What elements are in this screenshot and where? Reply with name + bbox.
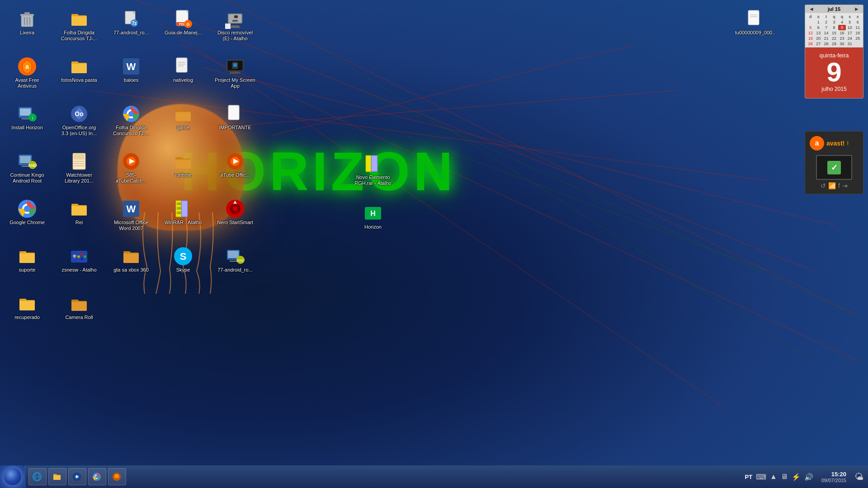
icon-77-android-2[interactable]: AND 77-android_ro... [212, 242, 258, 287]
cal-day-4[interactable]: 4 [838, 19, 846, 25]
icon-runtime[interactable]: runtime [160, 147, 206, 192]
icon-lixeira[interactable]: Lixeira [5, 5, 50, 50]
weather-icon[interactable]: 🌤 [854, 472, 863, 482]
icon-watchtower[interactable]: Watchtower Library 201... [57, 147, 102, 192]
icon-gta-sa[interactable]: gta sa xbox 360 [108, 242, 154, 287]
avast-icon: a [17, 56, 37, 76]
cal-day-sun2[interactable]: 5 [807, 25, 814, 30]
icon-openoffice[interactable]: Oo OpenOffice.org 3.3 (en-US) In... [57, 99, 102, 145]
start-button[interactable] [0, 465, 25, 488]
icon-baloes[interactable]: W baloes [108, 52, 154, 97]
cal-day-31[interactable]: 31 [846, 41, 854, 47]
icon-disco-removivel[interactable]: Disco removível (E) - Atalho [212, 5, 258, 50]
svg-rect-42 [233, 63, 237, 67]
cal-day-today[interactable]: 9 [838, 25, 846, 30]
cal-day-28[interactable]: 28 [822, 41, 830, 47]
icon-nativelog[interactable]: nativelog [160, 52, 206, 97]
tray-network-icon[interactable]: 🖥 [781, 473, 788, 481]
avast-wifi-btn[interactable]: 📶 [828, 182, 836, 189]
cal-day-3[interactable]: 3 [830, 19, 838, 25]
icon-zsnesw[interactable]: zsnesw - Atalho [57, 242, 102, 287]
cal-day-10[interactable]: 10 [846, 25, 854, 30]
icon-recuperado[interactable]: recuperado [5, 289, 50, 334]
icon-folha-dirigida-1[interactable]: Folha Dirigida Concursos TJ-... [57, 5, 102, 50]
taskbar-chrome[interactable] [88, 468, 106, 485]
avast-refresh-btn[interactable]: ↺ [821, 182, 826, 189]
icon-avast[interactable]: a Avast Free Antivirus [5, 52, 50, 97]
icon-s85-atube[interactable]: S85-aTubeCatch... [108, 147, 154, 192]
icon-fotos-nova[interactable]: fotosNova pasta [57, 52, 102, 97]
cal-day-13[interactable]: 13 [814, 30, 822, 36]
icon-continue-kingo[interactable]: AND Continue Kingo Android Root [5, 147, 50, 192]
cal-day-8[interactable]: 7 [822, 25, 830, 30]
cal-day-27[interactable]: 27 [814, 41, 822, 47]
cal-day-24[interactable]: 24 [846, 36, 854, 41]
avast-check-mark: ✓ [827, 161, 841, 174]
cal-prev-btn[interactable]: ◄ [807, 6, 816, 12]
icon-importante[interactable]: IMPORTANTE [212, 99, 258, 145]
taskbar-media[interactable] [68, 468, 86, 485]
cal-day-9[interactable]: 8 [830, 25, 838, 30]
cal-day-15[interactable]: 15 [830, 30, 838, 36]
icon-camera-roll[interactable]: Camera Roll [57, 289, 102, 334]
project-screen-icon [225, 56, 245, 76]
cal-day-14[interactable]: 14 [822, 30, 830, 36]
icon-folha-dirigida-2[interactable]: Folha Dingida Concursos TJ-... [108, 99, 154, 145]
taskbar-horizon[interactable] [108, 468, 126, 485]
cal-day-17[interactable]: 17 [846, 30, 854, 36]
cal-day-empty1[interactable] [807, 19, 814, 25]
icon-google-chrome[interactable]: Google Chrome [5, 194, 50, 239]
icon-game[interactable]: game [160, 99, 206, 145]
icon-install-horizon[interactable]: ↓ Install Horizon [5, 99, 50, 145]
avast-exclaim: ! [847, 141, 849, 146]
icon-suporte[interactable]: suporte [5, 242, 50, 287]
icon-horizon[interactable]: H Horizon [350, 199, 396, 235]
taskbar-explorer[interactable] [48, 468, 66, 485]
tray-keyboard-icon[interactable]: ⌨ [756, 473, 766, 481]
cal-day-18[interactable]: 18 [854, 30, 862, 36]
cal-day-16[interactable]: 16 [838, 30, 846, 36]
svg-rect-55 [20, 156, 31, 163]
tray-arrow-icon[interactable]: ▲ [770, 473, 777, 481]
tray-usb-icon[interactable]: ⚡ [792, 473, 801, 481]
taskbar: PT ⌨ ▲ 🖥 ⚡ 🔊 15:20 09/07/2015 🌤 [0, 465, 868, 488]
cal-day-25[interactable]: 25 [854, 36, 862, 41]
cal-day-30[interactable]: 30 [838, 41, 846, 47]
cal-day-29[interactable]: 29 [830, 41, 838, 47]
cal-day-11[interactable]: 11 [854, 25, 862, 30]
cal-day-sun4[interactable]: 19 [807, 36, 814, 41]
icon-rei[interactable]: Rei [57, 194, 102, 239]
icon-word-2007[interactable]: W Microsoft Office Word 2007 [108, 194, 154, 239]
icon-guia[interactable]: PDF G Guia-de-Manej... [160, 5, 206, 50]
kingo-icon: AND [17, 151, 37, 171]
cal-day-5[interactable]: 5 [846, 19, 854, 25]
project-screen-label: Project My Screen App [215, 77, 255, 89]
google-chrome-label: Google Chrome [9, 220, 45, 225]
icon-77-android[interactable]: 7z 77-android_ro... [108, 5, 154, 50]
cal-day-7[interactable]: 6 [814, 25, 822, 30]
icon-tu0000009[interactable]: tu00000009_000... [732, 5, 778, 44]
avast-share-btn[interactable]: ⇥ [842, 182, 848, 189]
tray-volume-icon[interactable]: 🔊 [804, 473, 813, 481]
cal-day-1[interactable]: 1 [814, 19, 822, 25]
cal-day-20[interactable]: 20 [814, 36, 822, 41]
cal-day-sun3[interactable]: 12 [807, 30, 814, 36]
cal-next-btn[interactable]: ► [853, 6, 861, 12]
cal-day-23[interactable]: 23 [838, 36, 846, 41]
openoffice-label: OpenOffice.org 3.3 (en-US) In... [59, 125, 99, 136]
icon-novo-elemento[interactable]: Novo Elemento RGH.rar - Atalho [350, 149, 396, 188]
cal-day-2[interactable]: 2 [822, 19, 830, 25]
cal-day-22[interactable]: 22 [830, 36, 838, 41]
icon-winrar[interactable]: WinRAR - Atalho [160, 194, 206, 239]
icon-nero[interactable]: Nero StartSmart [212, 194, 258, 239]
icon-project-my-screen[interactable]: Project My Screen App [212, 52, 258, 97]
clock-display[interactable]: 15:20 09/07/2015 [817, 471, 851, 483]
icon-skype[interactable]: S Skype [160, 242, 206, 287]
cal-day-6[interactable]: 6 [854, 19, 862, 25]
cal-day-sun5[interactable]: 26 [807, 41, 814, 47]
svg-text:Oo: Oo [75, 110, 83, 117]
icon-atube-office[interactable]: aTube Offic... [212, 147, 258, 192]
cal-day-21[interactable]: 21 [822, 36, 830, 41]
taskbar-ie[interactable] [28, 468, 47, 485]
avast-fb-btn[interactable]: f [838, 182, 840, 189]
